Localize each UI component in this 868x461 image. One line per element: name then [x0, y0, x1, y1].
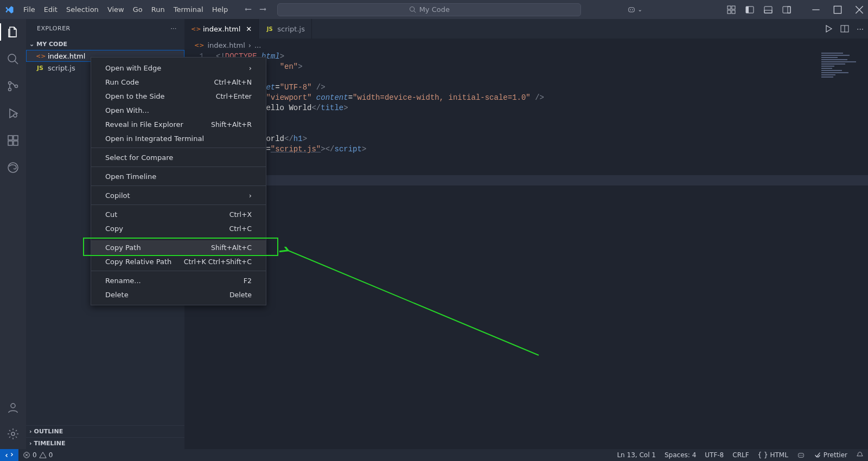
context-item-open-with-edge[interactable]: Open with Edge›: [91, 61, 266, 75]
close-tab-icon[interactable]: ✕: [246, 25, 252, 33]
svg-point-4: [632, 9, 633, 10]
menu-view[interactable]: View: [104, 3, 128, 16]
panel-left-icon[interactable]: [745, 5, 754, 14]
status-encoding[interactable]: UTF-8: [700, 451, 728, 459]
html-file-icon: <>: [36, 53, 44, 60]
svg-rect-10: [746, 7, 749, 13]
svg-rect-14: [788, 7, 790, 13]
context-item-copy[interactable]: CopyCtrl+C: [91, 221, 266, 235]
svg-rect-39: [798, 453, 803, 457]
menu-run[interactable]: Run: [148, 3, 169, 16]
command-center[interactable]: My Code: [277, 3, 581, 16]
svg-rect-28: [14, 141, 18, 145]
status-cursor[interactable]: Ln 13, Col 1: [612, 451, 660, 459]
svg-point-31: [11, 404, 15, 408]
editor-more-icon[interactable]: ⋯: [857, 25, 864, 33]
menu-go[interactable]: Go: [129, 3, 146, 16]
panel-right-icon[interactable]: [782, 5, 791, 14]
close-window-icon[interactable]: [855, 5, 864, 14]
tab-scriptjs[interactable]: JS script.js: [259, 19, 312, 39]
context-item-copy-path[interactable]: Copy PathShift+Alt+C: [91, 240, 266, 254]
search-icon: [409, 6, 416, 13]
svg-rect-7: [727, 10, 731, 14]
context-item-open-timeline[interactable]: Open Timeline: [91, 169, 266, 183]
status-eol[interactable]: CRLF: [728, 451, 753, 459]
svg-rect-5: [727, 6, 731, 9]
context-item-open-to-the-side[interactable]: Open to the SideCtrl+Enter: [91, 89, 266, 103]
svg-line-42: [287, 250, 539, 355]
tab-indexhtml[interactable]: <> index.html ✕: [184, 19, 259, 39]
minimap[interactable]: [821, 53, 860, 79]
menu-file[interactable]: File: [20, 3, 39, 16]
chevron-down-icon[interactable]: ⌄: [638, 7, 642, 12]
context-item-reveal-in-file-explorer[interactable]: Reveal in File ExplorerShift+Alt+R: [91, 117, 266, 131]
breadcrumbs[interactable]: <> index.html › ...: [184, 39, 868, 52]
activity-account-icon[interactable]: [5, 400, 21, 415]
timeline-section[interactable]: › TIMELINE: [26, 437, 184, 449]
svg-line-20: [15, 61, 18, 64]
svg-point-40: [800, 454, 801, 456]
context-item-open-in-integrated-terminal[interactable]: Open in Integrated Terminal: [91, 131, 266, 145]
copilot-icon[interactable]: [627, 5, 636, 14]
project-header[interactable]: ⌄ MY CODE: [26, 38, 184, 50]
activity-explorer-icon[interactable]: [5, 24, 21, 40]
panel-bottom-icon[interactable]: [764, 5, 773, 14]
chevron-down-icon: ⌄: [29, 41, 34, 48]
svg-point-41: [801, 454, 802, 456]
svg-rect-11: [764, 7, 772, 13]
svg-point-32: [11, 432, 15, 436]
explorer-more-icon[interactable]: ⋯: [171, 25, 177, 32]
run-icon[interactable]: [824, 24, 833, 33]
command-center-label: My Code: [419, 5, 450, 14]
activity-scm-icon[interactable]: [5, 79, 21, 94]
activity-bar: [0, 19, 26, 449]
svg-rect-13: [783, 7, 790, 13]
context-item-run-code[interactable]: Run CodeCtrl+Alt+N: [91, 75, 266, 89]
status-language[interactable]: { } HTML: [754, 451, 793, 459]
editor-group: <> index.html ✕ JS script.js ⋯ <> index.…: [184, 19, 868, 449]
html-file-icon: <>: [191, 25, 200, 33]
svg-marker-33: [826, 25, 832, 32]
context-item-delete[interactable]: DeleteDelete: [91, 287, 266, 302]
activity-search-icon[interactable]: [5, 52, 21, 67]
title-bar: File Edit Selection View Go Run Terminal…: [0, 0, 868, 19]
status-bar: 0 0 Ln 13, Col 1 Spaces: 4 UTF-8 CRLF { …: [0, 449, 868, 461]
remote-indicator[interactable]: [0, 449, 18, 461]
context-item-open-with-[interactable]: Open With...: [91, 103, 266, 117]
nav-back-icon[interactable]: 🠔: [245, 5, 252, 14]
activity-debug-icon[interactable]: [5, 106, 21, 121]
status-spaces[interactable]: Spaces: 4: [660, 451, 700, 459]
menu-selection[interactable]: Selection: [62, 3, 103, 16]
status-prettier[interactable]: Prettier: [809, 451, 852, 459]
svg-point-0: [410, 7, 414, 11]
menu-edit[interactable]: Edit: [40, 3, 61, 16]
menu-help[interactable]: Help: [208, 3, 232, 16]
js-file-icon: JS: [36, 65, 44, 72]
file-name: index.html: [48, 52, 85, 60]
context-item-copy-relative-path[interactable]: Copy Relative PathCtrl+K Ctrl+Shift+C: [91, 254, 266, 268]
layout-customize-icon[interactable]: [727, 5, 736, 14]
svg-point-23: [15, 85, 18, 88]
status-notifications-icon[interactable]: [852, 451, 868, 459]
context-item-select-for-compare[interactable]: Select for Compare: [91, 150, 266, 164]
activity-edge-icon[interactable]: [5, 160, 21, 175]
svg-point-25: [14, 114, 17, 117]
maximize-icon[interactable]: [833, 5, 842, 14]
context-item-cut[interactable]: CutCtrl+X: [91, 207, 266, 221]
nav-forward-icon[interactable]: 🠖: [259, 5, 266, 14]
menu-terminal[interactable]: Terminal: [170, 3, 207, 16]
status-copilot-icon[interactable]: [793, 451, 809, 459]
outline-section[interactable]: › OUTLINE: [26, 425, 184, 437]
svg-rect-27: [8, 141, 12, 145]
minimize-icon[interactable]: [812, 5, 820, 14]
split-editor-icon[interactable]: [840, 24, 849, 33]
context-item-rename-[interactable]: Rename...F2: [91, 273, 266, 287]
activity-extensions-icon[interactable]: [5, 133, 21, 148]
status-problems[interactable]: 0 0: [18, 451, 57, 459]
svg-rect-29: [14, 136, 18, 140]
context-item-copilot[interactable]: Copilot›: [91, 188, 266, 202]
svg-rect-8: [732, 10, 735, 14]
svg-point-3: [630, 9, 631, 10]
activity-settings-icon[interactable]: [5, 426, 21, 441]
js-file-icon: JS: [265, 26, 274, 32]
